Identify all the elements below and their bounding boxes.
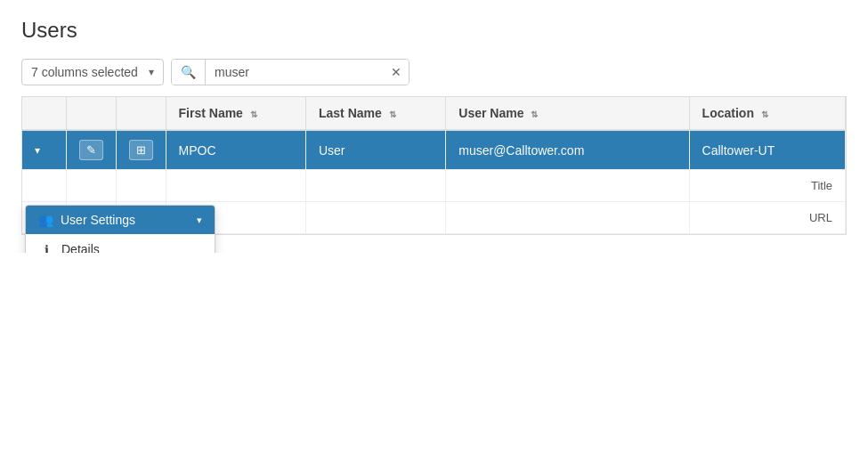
search-input[interactable] [206, 60, 384, 85]
table-row: Title [22, 170, 846, 202]
close-icon: ✕ [391, 65, 402, 79]
user-settings-dropdown: 👥 User Settings ▾ ℹ Details ▣ Properties… [25, 205, 215, 253]
table-row[interactable]: ▾ ✎ ⊞ MPOC User muser@Calltower.com Call… [22, 130, 846, 170]
columns-select-dropdown[interactable]: 7 columns selected ▾ [21, 59, 164, 85]
columns-button[interactable]: ⊞ [129, 140, 153, 160]
page-container: Users 7 columns selected ▾ 🔍 ✕ [0, 0, 868, 253]
col-header-cols [116, 97, 166, 130]
field-label-url: URL [689, 202, 845, 234]
row-first-name: MPOC [166, 130, 305, 170]
search-icon-button[interactable]: 🔍 [172, 60, 206, 85]
dropdown-header-label: User Settings [61, 213, 135, 227]
search-wrapper: 🔍 ✕ [171, 59, 410, 85]
col-header-user-name[interactable]: User Name ⇅ [446, 97, 689, 130]
chevron-down-icon: ▾ [35, 144, 40, 157]
row-user-name: muser@Calltower.com [446, 130, 689, 170]
field-label-title: Title [689, 170, 845, 202]
chevron-down-icon: ▾ [149, 66, 154, 78]
col-header-last-name[interactable]: Last Name ⇅ [305, 97, 445, 130]
edit-button[interactable]: ✎ [79, 140, 103, 160]
search-clear-button[interactable]: ✕ [384, 60, 409, 85]
sort-icon-location: ⇅ [761, 109, 768, 119]
col-header-location[interactable]: Location ⇅ [689, 97, 845, 130]
search-icon: 🔍 [181, 65, 196, 79]
row-location: Calltower-UT [689, 130, 845, 170]
columns-selected-label: 7 columns selected [31, 65, 138, 79]
chevron-down-icon: ▾ [197, 215, 202, 226]
toolbar: 7 columns selected ▾ 🔍 ✕ [21, 59, 847, 85]
sort-icon-first-name: ⇅ [250, 109, 257, 119]
row-edit-cell[interactable]: ✎ [66, 130, 116, 170]
table-header-row: First Name ⇅ Last Name ⇅ User Name ⇅ Loc… [22, 97, 846, 130]
sort-icon-user-name: ⇅ [531, 109, 538, 119]
sort-icon-last-name: ⇅ [389, 109, 396, 119]
dropdown-item-label: Details [61, 242, 100, 253]
dropdown-item-details[interactable]: ℹ Details [26, 234, 215, 253]
info-icon: ℹ [38, 243, 54, 254]
row-cols-cell[interactable]: ⊞ [116, 130, 166, 170]
dropdown-header[interactable]: 👥 User Settings ▾ [26, 206, 215, 234]
col-header-check [22, 97, 66, 130]
col-header-edit [66, 97, 116, 130]
row-last-name: User [305, 130, 445, 170]
row-checkbox-cell[interactable]: ▾ [22, 130, 66, 170]
users-icon: 👥 [38, 213, 53, 227]
page-title: Users [21, 18, 847, 43]
col-header-first-name[interactable]: First Name ⇅ [166, 97, 305, 130]
